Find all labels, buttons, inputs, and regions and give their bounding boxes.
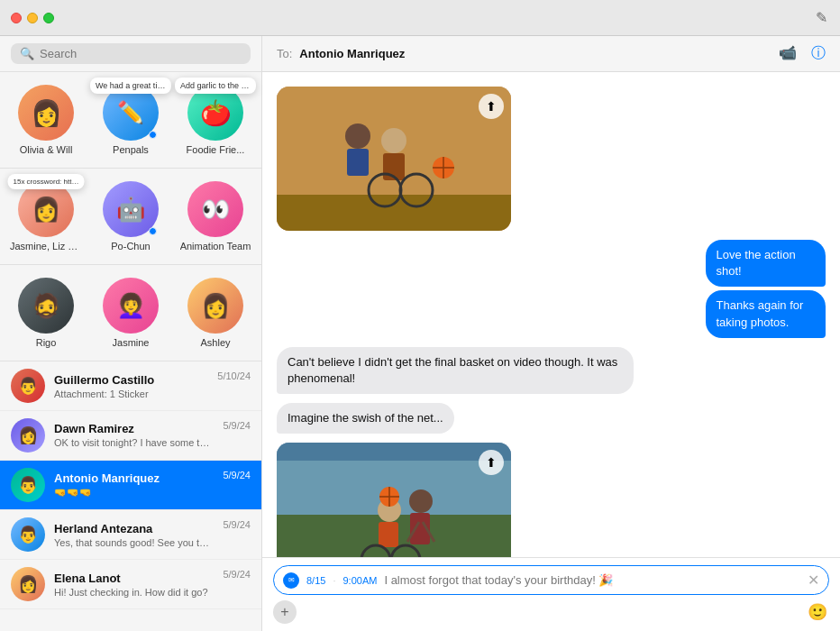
avatar-wrap: 👩 — [18, 85, 74, 141]
input-field-wrap: ✉ 8/15 · 9:00AM ✕ — [273, 565, 829, 595]
search-input[interactable] — [40, 47, 242, 60]
main-layout: 🔍 👩 Olivia & Will We had a great time. H… — [0, 36, 840, 631]
chat-recipient-name: Antonio Manriquez — [299, 47, 772, 60]
avatar-wrap: We had a great time. Home with th... ✏️ — [103, 85, 159, 141]
contact-date: 5/9/24 — [223, 519, 251, 530]
message-time: 9:00AM — [342, 575, 377, 586]
svg-point-9 — [345, 123, 370, 149]
fullscreen-button[interactable] — [43, 13, 54, 23]
avatar-wrap: Add garlic to the butter, and then... 🍅 — [187, 85, 243, 141]
outgoing-bubbles: Love the action shot! Thanks again for t… — [641, 240, 826, 338]
sidebar-item-jasmine2[interactable]: 👩‍🦱 Jasmine — [88, 272, 173, 353]
message-count: 8/15 — [306, 575, 325, 586]
contact-name: Jasmine, Liz &... — [10, 241, 82, 251]
search-input-wrap[interactable]: 🔍 — [11, 43, 251, 64]
contact-name: Foodie Frie... — [187, 144, 245, 155]
compose-button[interactable]: ✎ — [813, 10, 829, 26]
contact-info: Herland Antezana Yes, that sounds good! … — [54, 522, 214, 548]
contact-date: 5/10/24 — [217, 370, 251, 381]
avatar: 👨 — [11, 369, 45, 403]
info-icon[interactable]: ⓘ — [811, 44, 826, 63]
contact-name: Animation Team — [180, 241, 251, 251]
contact-name: Antonio Manriquez — [54, 471, 214, 485]
avatar-wrap: 👩‍🦱 — [103, 278, 159, 334]
list-item-guillermo[interactable]: 👨 Guillermo Castillo Attachment: 1 Stick… — [0, 361, 261, 411]
contact-info: Antonio Manriquez 🤜🤜🤜 — [54, 471, 214, 498]
svg-rect-16 — [379, 522, 398, 547]
contact-list: 👨 Guillermo Castillo Attachment: 1 Stick… — [0, 361, 261, 631]
sidebar-item-pochun[interactable]: 🤖 Po-Chun — [88, 176, 173, 257]
svg-point-2 — [381, 128, 406, 153]
contact-preview: Yes, that sounds good! See you then. — [54, 537, 214, 548]
avatar-wrap: 👩 — [187, 278, 243, 334]
sidebar-item-penpals[interactable]: We had a great time. Home with th... ✏️ … — [88, 79, 173, 160]
avatar: 👨 — [11, 468, 45, 502]
avatar: 👨 — [11, 517, 45, 552]
contact-preview: Attachment: 1 Sticker — [54, 389, 208, 399]
search-bar: 🔍 — [0, 36, 261, 72]
contact-name: Herland Antezana — [54, 522, 214, 535]
contact-name: Po-Chun — [111, 241, 150, 251]
add-attachment-button[interactable]: + — [273, 600, 297, 624]
contact-date: 5/9/24 — [223, 569, 251, 580]
list-item-elena[interactable]: 👩 Elena Lanot Hi! Just checking in. How … — [0, 560, 261, 609]
sidebar-item-ashley[interactable]: 👩 Ashley — [173, 272, 258, 353]
sidebar-item-animation-team[interactable]: 👀 Animation Team — [173, 176, 258, 257]
avatar: 👩 — [18, 85, 74, 141]
minimize-button[interactable] — [27, 13, 38, 23]
share-button[interactable]: ⬆ — [479, 94, 504, 119]
message-row-incoming: Imagine the swish of the net... — [277, 403, 826, 434]
contact-name: Penpals — [113, 144, 149, 155]
tooltip-bubble: 15x crossword: https://apple.news/... — [8, 174, 85, 189]
chat-header-icons: 📹 ⓘ — [779, 44, 826, 63]
svg-rect-10 — [347, 149, 369, 176]
message-bubble: Love the action shot! — [706, 240, 826, 287]
list-item-antonio[interactable]: 👨 Antonio Manriquez 🤜🤜🤜 5/9/24 — [0, 461, 261, 510]
separator: · — [333, 575, 335, 586]
svg-point-22 — [409, 489, 433, 513]
close-button[interactable] — [11, 13, 22, 23]
input-row-bottom: + 🙂 — [273, 600, 829, 624]
contact-name: Guillermo Castillo — [54, 373, 208, 387]
clear-button[interactable]: ✕ — [808, 572, 819, 589]
message-bubble: Thanks again for taking photos. — [706, 290, 826, 337]
emoji-button[interactable]: 🙂 — [806, 600, 829, 624]
sidebar: 🔍 👩 Olivia & Will We had a great time. H… — [0, 36, 262, 631]
list-item-herland[interactable]: 👨 Herland Antezana Yes, that sounds good… — [0, 510, 261, 560]
chat-messages: ⬆ Love the action shot! Thanks again for… — [262, 72, 840, 557]
contact-name: Elena Lanot — [54, 572, 214, 585]
sidebar-item-rigo[interactable]: 🧔 Rigo — [4, 272, 88, 353]
contact-info: Guillermo Castillo Attachment: 1 Sticker — [54, 373, 208, 399]
message-row-outgoing: Love the action shot! Thanks again for t… — [277, 240, 826, 338]
avatar-wrap: 🧔 — [18, 278, 74, 334]
contact-name: Dawn Ramirez — [54, 422, 214, 435]
contact-grid-row3: 🧔 Rigo 👩‍🦱 Jasmine 👩 — [0, 265, 261, 361]
message-image — [277, 443, 511, 557]
contact-date: 5/9/24 — [223, 420, 251, 431]
sidebar-item-olivia-will[interactable]: 👩 Olivia & Will — [4, 79, 88, 160]
list-item-dawn[interactable]: 👩 Dawn Ramirez OK to visit tonight? I ha… — [0, 411, 261, 461]
contact-name: Jasmine — [113, 337, 150, 348]
message-row: ⬆ — [277, 87, 826, 231]
avatar: 👩 — [11, 567, 45, 601]
search-icon: 🔍 — [20, 47, 34, 60]
title-bar: ✎ — [0, 0, 840, 36]
chat-area: To: Antonio Manriquez 📹 ⓘ — [262, 36, 840, 631]
svg-rect-1 — [277, 195, 511, 231]
message-input[interactable] — [384, 573, 800, 587]
sidebar-item-foodie[interactable]: Add garlic to the butter, and then... 🍅 … — [173, 79, 258, 160]
avatar: 👩‍🦱 — [103, 278, 159, 334]
avatar: 🧔 — [18, 278, 74, 334]
avatar-wrap: 👀 — [187, 181, 243, 237]
message-image — [277, 87, 511, 231]
message-bubble: Can't believe I didn't get the final bas… — [277, 347, 634, 394]
video-call-icon[interactable]: 📹 — [779, 44, 797, 63]
message-row-incoming: Can't believe I didn't get the final bas… — [277, 347, 826, 394]
contact-date: 5/9/24 — [223, 470, 251, 480]
tooltip-bubble: Add garlic to the butter, and then... — [175, 78, 256, 94]
contact-preview: Hi! Just checking in. How did it go? — [54, 587, 214, 598]
avatar: 👩 — [187, 278, 243, 334]
chat-header: To: Antonio Manriquez 📹 ⓘ — [262, 36, 840, 72]
contact-grid-row1: 👩 Olivia & Will We had a great time. Hom… — [0, 72, 261, 169]
sidebar-item-jasmine-liz[interactable]: 15x crossword: https://apple.news/... 👩 … — [4, 176, 88, 257]
